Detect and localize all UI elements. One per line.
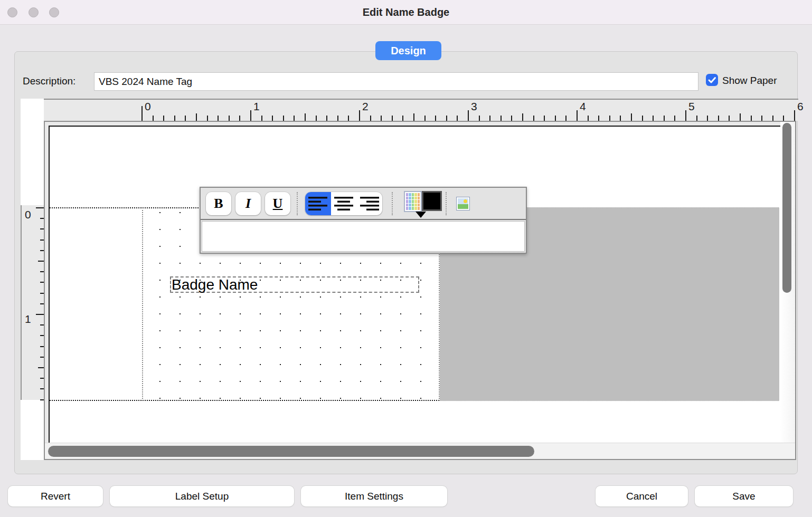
horizontal-ruler-ticks [141,99,798,121]
image-icon [458,198,468,209]
window-title: Edit Name Badge [0,0,812,25]
palette-color-cell [418,197,420,200]
description-input[interactable] [94,72,698,91]
palette-color-cell [409,204,411,207]
show-paper-checkbox[interactable] [706,74,718,86]
toolbar-divider [201,219,526,220]
palette-color-cell [414,200,417,203]
bold-button[interactable]: B [206,192,231,215]
palette-color-cell [414,193,417,196]
palette-color-cell [412,197,414,200]
paper: Badge Name [49,126,780,443]
ruler-origin-tick [141,106,143,121]
text-edit-field[interactable] [202,221,525,252]
color-dropdown-arrow-icon[interactable] [416,212,426,218]
palette-color-cell [418,193,420,196]
toolbar-separator [297,192,298,215]
underline-button[interactable]: U [265,192,290,215]
palette-color-cell [406,207,408,210]
description-label: Description: [23,75,75,87]
design-panel: Description: Show Paper 01 0123456 Badge… [14,51,798,474]
palette-color-cell [406,200,408,203]
align-center-icon [334,196,353,212]
tab-design[interactable]: Design [375,41,441,60]
horizontal-scrollbar-thumb[interactable] [48,446,534,457]
v-ruler-label: 0 [25,208,31,221]
palette-color-cell [412,200,414,203]
align-left-button[interactable] [305,192,331,215]
align-left-icon [308,196,327,212]
item-settings-button[interactable]: Item Settings [301,486,447,506]
save-button[interactable]: Save [695,486,793,506]
titlebar: Edit Name Badge [0,0,812,25]
cancel-button[interactable]: Cancel [596,486,688,506]
vertical-ruler-ticks [36,207,44,400]
color-palette-icon[interactable] [404,191,422,212]
toolbar-separator [446,192,447,215]
sun-icon [464,199,467,203]
vertical-scrollbar-thumb[interactable] [782,123,791,293]
align-right-button[interactable] [356,192,382,215]
palette-color-cell [409,197,411,200]
italic-button[interactable]: I [235,192,261,215]
revert-button[interactable]: Revert [8,486,103,506]
palette-color-cell [418,200,420,203]
text-format-toolbar: B I U [200,187,527,254]
horizontal-scrollbar[interactable] [45,443,795,459]
palette-color-cell [412,193,414,196]
palette-color-cell [409,200,411,203]
palette-color-cell [414,204,417,207]
palette-color-cell [409,207,411,210]
palette-color-cell [412,204,414,207]
v-ruler-label: 1 [25,313,31,325]
align-right-icon [360,196,379,212]
palette-color-cell [406,197,408,200]
checkmark-icon [707,75,717,85]
palette-color-cell [409,193,411,196]
align-center-button[interactable] [331,192,357,215]
show-paper-label: Show Paper [722,75,777,87]
toolbar-row: B I U [201,188,526,219]
design-canvas: 01 0123456 Badge Name B I U [21,99,798,460]
palette-color-cell [406,193,408,196]
badge-name-element[interactable]: Badge Name [170,276,419,293]
label-scrollview: Badge Name B I U [44,121,796,460]
color-swatch-button[interactable] [422,191,442,211]
palette-color-cell [414,207,417,210]
alignment-group [305,192,382,215]
palette-color-cell [406,204,408,207]
toolbar-separator [392,192,393,215]
palette-color-cell [414,197,417,200]
palette-color-cell [412,207,414,210]
insert-image-button[interactable] [456,197,470,210]
label-setup-button[interactable]: Label Setup [110,486,294,506]
palette-color-cell [418,207,420,210]
palette-color-cell [418,204,420,207]
badge-name-text: Badge Name [172,276,258,293]
vertical-scrollbar[interactable] [780,122,795,443]
